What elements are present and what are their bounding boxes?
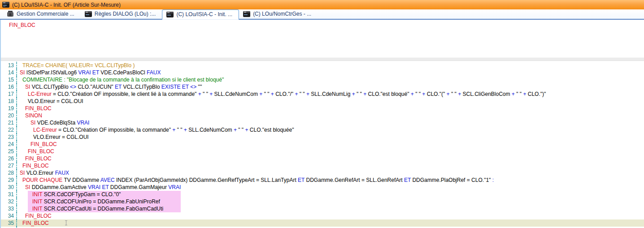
code-line[interactable]: 14SI IStDefPar.IStValLog6 VRAI ET VDE.Cd… <box>1 69 644 76</box>
code-line[interactable]: 28SI VLO.Erreur FAUX <box>1 169 644 176</box>
line-number[interactable]: 25 <box>1 148 17 155</box>
line-number[interactable]: 31 <box>1 191 17 198</box>
line-number[interactable]: 27 <box>1 162 17 169</box>
code-token: SLL.CdeNumCom <box>213 91 259 97</box>
selection-highlight: INIT SCR.CdCOFCadUti = DDGamme.FabGamCad… <box>28 205 181 212</box>
line-number[interactable]: 28 <box>1 169 17 176</box>
line-number[interactable]: 22 <box>1 126 17 133</box>
code-token: VCL.CLITypBlo <box>30 84 70 90</box>
code-token: CLO.")" <box>526 91 546 97</box>
code-line[interactable]: 22LC-Erreur = CLO."Création OF impossibl… <box>1 126 644 133</box>
code-token: + <box>306 91 309 97</box>
tab-label: Règles DIALOG (LOu) :... <box>95 11 156 17</box>
code-token: <> <box>70 84 76 90</box>
line-number[interactable]: 21 <box>1 119 17 126</box>
code-token: CLO."AUCUN" <box>76 84 115 90</box>
line-number[interactable]: 17 <box>1 90 17 98</box>
tab-regles-dialog[interactable]: Règles DIALOG (LOu) :... <box>81 9 162 19</box>
line-number[interactable]: 13 <box>1 62 17 69</box>
code-line[interactable]: 18VLO.Erreur = CGL.OUI <box>1 98 644 105</box>
code-token: VRAI ET <box>88 184 109 190</box>
code-line[interactable]: FIN_BLOC <box>9 22 35 28</box>
line-number[interactable]: 33 <box>1 205 17 212</box>
code-token: = CLO."Création OF impossible, la comman… <box>57 127 173 133</box>
code-line[interactable]: 15COMMENTAIRE : "Blocage de la commande … <box>1 76 644 83</box>
tab-label: Gestion Commerciale ... <box>17 11 74 17</box>
code-line[interactable]: 21SI VDE.CdeBlqSta VRAI <box>1 119 644 126</box>
line-number[interactable]: 14 <box>1 69 17 76</box>
code-token: FAUX <box>55 170 69 176</box>
terminal-icon <box>243 11 250 17</box>
code-pane-top[interactable]: FIN_BLOC <box>1 20 644 57</box>
code-line[interactable]: 27FIN_BLOC <box>1 162 644 169</box>
code-line[interactable]: 31 INIT SCR.CdCOFTypGam = CLO."0" <box>1 191 644 198</box>
code-line[interactable]: 33 INIT SCR.CdCOFCadUti = DDGamme.FabGam… <box>1 205 644 212</box>
code-line[interactable]: 30SI DDGamme.GamActive VRAI ET DDGamme.G… <box>1 184 644 191</box>
editor-content: FIN_BLOC 13TRACE= CHAINE( VALEUR= VCL.CL… <box>0 20 644 228</box>
code-token: " " <box>262 91 271 97</box>
window-title: (C) LOu/ISIA-C - Init. OF (Article Sur-M… <box>12 2 121 8</box>
line-number[interactable]: 16 <box>1 83 17 90</box>
line-number[interactable]: 32 <box>1 198 17 205</box>
code-token: SI <box>25 84 30 90</box>
code-token: " " <box>201 91 210 97</box>
code-token: VLO.Erreur = CGL.OUI <box>33 134 89 140</box>
code-line[interactable]: 32 INIT SCR.CdCOFUniPro = DDGamme.FabUni… <box>1 198 644 205</box>
register-icon <box>7 11 14 17</box>
code-line[interactable]: 19FIN_BLOC <box>1 105 644 112</box>
code-line[interactable]: 23VLO.Erreur = CGL.OUI <box>1 133 644 141</box>
code-token: + <box>512 91 515 97</box>
line-number[interactable]: 34 <box>1 212 17 219</box>
pane-splitter[interactable] <box>1 57 644 61</box>
code-token: CLO."est bloqué" <box>366 91 411 97</box>
code-editor[interactable]: 13TRACE= CHAINE( VALEUR= VCL.CLITypBlo )… <box>1 61 644 228</box>
code-token: " " <box>355 91 364 97</box>
terminal-icon <box>2 2 9 8</box>
code-token: LC-Erreur <box>28 91 52 97</box>
code-token: SI <box>30 120 35 126</box>
tab-bar: Gestion Commerciale ... Règles DIALOG (L… <box>0 9 644 20</box>
code-token: SLL.CdeNumLig <box>309 91 352 97</box>
line-number[interactable]: 26 <box>1 155 17 162</box>
code-token: CLO."/" <box>274 91 295 97</box>
code-token: AVEC <box>100 177 115 183</box>
line-number[interactable]: 24 <box>1 141 17 148</box>
code-token: CLO."(" <box>425 91 446 97</box>
code-token <box>28 206 32 212</box>
code-token: FIN_BLOC <box>22 220 49 226</box>
code-line[interactable]: 26FIN_BLOC <box>1 155 644 162</box>
text-caret <box>66 220 66 225</box>
code-token: FAUX <box>147 69 161 76</box>
line-number[interactable]: 20 <box>1 112 17 119</box>
line-number[interactable]: 29 <box>1 176 17 184</box>
line-number[interactable]: 18 <box>1 98 17 105</box>
code-line[interactable]: 24FIN_BLOC <box>1 141 644 148</box>
window-titlebar: (C) LOu/ISIA-C - Init. OF (Article Sur-M… <box>0 0 644 9</box>
code-line[interactable]: 16SI VCL.CLITypBlo <> CLO."AUCUN" ET VCL… <box>1 83 644 90</box>
code-token: VLO.Erreur = CGL.OUI <box>28 98 83 104</box>
code-token: SLL.CdeNumCom <box>187 127 234 133</box>
tab-gestion-commerciale[interactable]: Gestion Commerciale ... <box>3 9 81 19</box>
code-token: FIN_BLOC <box>25 105 52 112</box>
line-number[interactable]: 23 <box>1 133 17 141</box>
code-token: FIN_BLOC <box>25 155 52 162</box>
code-line[interactable]: 20SINON <box>1 112 644 119</box>
line-number[interactable]: 35 <box>1 219 17 227</box>
line-number[interactable]: 19 <box>1 105 17 112</box>
code-line[interactable]: 17LC-Erreur = CLO."Création OF impossibl… <box>1 90 644 98</box>
code-token: CLO."est bloquée" <box>248 127 294 133</box>
code-token: VLO.Erreur <box>25 170 55 176</box>
line-number[interactable]: 15 <box>1 76 17 83</box>
line-number[interactable]: 30 <box>1 184 17 191</box>
tab-nomctrges[interactable]: (C) LOu/NomCtrGes - ... <box>239 9 318 19</box>
code-line[interactable]: 35FIN_BLOC <box>1 219 644 227</box>
code-line[interactable]: 34FIN_BLOC <box>1 212 644 219</box>
code-token: COMMENTAIRE : "Blocage de la commande à … <box>22 77 224 83</box>
code-token: " " <box>450 91 458 97</box>
tab-isia-c-active[interactable]: (C) LOu/ISIA-C - Init. ... <box>162 9 239 20</box>
code-line[interactable]: 29POUR CHAQUE TV DDGamme AVEC INDEX (Par… <box>1 176 644 184</box>
code-line[interactable]: 13TRACE= CHAINE( VALEUR= VCL.CLITypBlo ) <box>1 62 644 69</box>
code-token <box>28 198 32 205</box>
code-line[interactable]: 25FIN_BLOC <box>1 148 644 155</box>
code-token: VDE.CdePasBloCl <box>99 69 147 76</box>
